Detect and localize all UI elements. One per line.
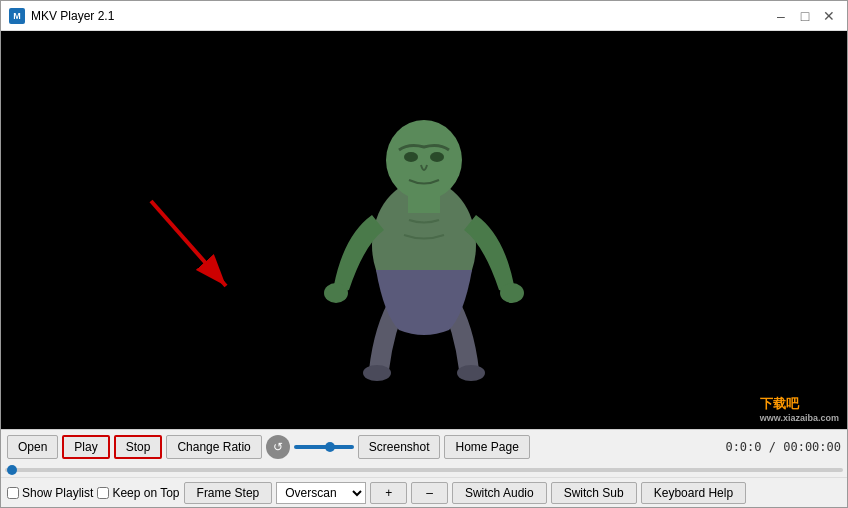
arrow-indicator xyxy=(141,191,261,311)
seek-thumb xyxy=(7,465,17,475)
title-bar: M MKV Player 2.1 – □ ✕ xyxy=(1,1,847,31)
show-playlist-label[interactable]: Show Playlist xyxy=(7,486,93,500)
controls-bar: Open Play Stop Change Ratio ↺ Screenshot… xyxy=(1,429,847,463)
volume-thumb xyxy=(325,442,335,452)
svg-point-4 xyxy=(430,152,444,162)
minimize-button[interactable]: – xyxy=(771,6,791,26)
change-ratio-button[interactable]: Change Ratio xyxy=(166,435,261,459)
close-button[interactable]: ✕ xyxy=(819,6,839,26)
volume-control[interactable] xyxy=(294,445,354,449)
keyboard-help-button[interactable]: Keyboard Help xyxy=(641,482,746,504)
keep-on-top-checkbox[interactable] xyxy=(97,487,109,499)
switch-sub-button[interactable]: Switch Sub xyxy=(551,482,637,504)
rotation-icon[interactable]: ↺ xyxy=(266,435,290,459)
main-window: M MKV Player 2.1 – □ ✕ xyxy=(0,0,848,508)
svg-point-3 xyxy=(404,152,418,162)
keep-on-top-label[interactable]: Keep on Top xyxy=(97,486,179,500)
bottom-bar: Show Playlist Keep on Top Frame Step Ove… xyxy=(1,477,847,507)
svg-point-7 xyxy=(363,365,391,381)
plus-button[interactable]: + xyxy=(370,482,407,504)
maximize-button[interactable]: □ xyxy=(795,6,815,26)
svg-point-6 xyxy=(500,283,524,303)
watermark: 下载吧 www.xiazaiba.com xyxy=(756,393,843,425)
svg-point-5 xyxy=(324,283,348,303)
seek-bar-row xyxy=(1,463,847,477)
title-bar-text: MKV Player 2.1 xyxy=(31,9,771,23)
show-playlist-checkbox[interactable] xyxy=(7,487,19,499)
app-icon: M xyxy=(9,8,25,24)
seek-bar[interactable] xyxy=(5,468,843,472)
play-button[interactable]: Play xyxy=(62,435,109,459)
overscan-select[interactable]: Overscan xyxy=(276,482,366,504)
volume-slider[interactable] xyxy=(294,445,354,449)
homepage-button[interactable]: Home Page xyxy=(444,435,529,459)
switch-audio-button[interactable]: Switch Audio xyxy=(452,482,547,504)
video-display: 下载吧 www.xiazaiba.com xyxy=(1,31,847,429)
video-content xyxy=(314,75,534,385)
stop-button[interactable]: Stop xyxy=(114,435,163,459)
svg-rect-2 xyxy=(408,193,440,213)
window-controls: – □ ✕ xyxy=(771,6,839,26)
svg-line-10 xyxy=(151,201,226,286)
time-display: 0:0:0 / 00:00:00 xyxy=(725,440,841,454)
screenshot-button[interactable]: Screenshot xyxy=(358,435,441,459)
svg-point-1 xyxy=(386,120,462,200)
frame-step-button[interactable]: Frame Step xyxy=(184,482,273,504)
open-button[interactable]: Open xyxy=(7,435,58,459)
minus-button[interactable]: – xyxy=(411,482,448,504)
svg-point-8 xyxy=(457,365,485,381)
